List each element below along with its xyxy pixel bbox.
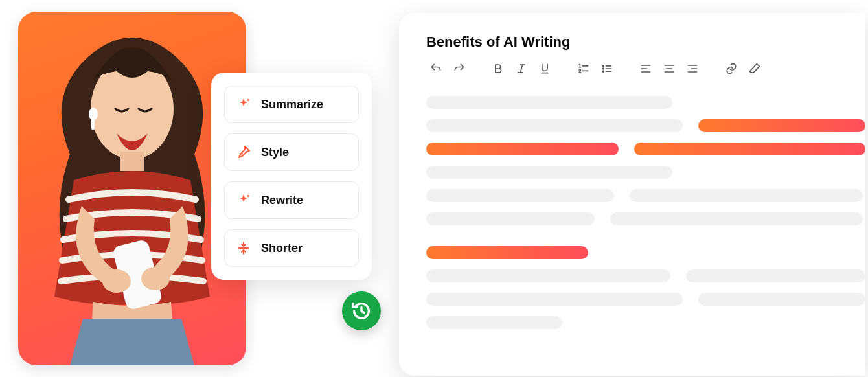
ai-action-label: Summarize [261, 98, 323, 111]
underline-icon [538, 62, 551, 75]
svg-line-10 [520, 65, 522, 73]
svg-text:2: 2 [579, 69, 582, 73]
redo-button[interactable] [450, 60, 469, 78]
redo-icon [453, 62, 466, 75]
highlighted-text [426, 246, 588, 259]
editor-title: Benefits of AI Writing [426, 34, 865, 51]
editor-toolbar: 12 [426, 60, 865, 78]
text-placeholder [698, 293, 865, 306]
link-button[interactable] [722, 60, 741, 78]
link-icon [725, 62, 738, 75]
text-placeholder [426, 96, 672, 109]
ai-action-label: Shorter [261, 242, 303, 255]
align-right-icon [686, 62, 699, 75]
svg-point-18 [602, 71, 604, 73]
text-placeholder [426, 316, 562, 329]
bold-button[interactable] [488, 60, 508, 78]
unordered-list-icon [600, 62, 613, 75]
history-badge[interactable] [342, 291, 381, 330]
ai-actions-panel: Summarize Style Rewrite Shorter [211, 73, 372, 280]
highlighted-text [634, 143, 865, 155]
ai-action-label: Style [261, 146, 289, 159]
text-placeholder [686, 269, 865, 282]
svg-point-1 [89, 108, 98, 120]
pen-nib-icon [235, 144, 252, 161]
text-placeholder [426, 293, 683, 306]
collapse-icon [235, 240, 252, 257]
highlighted-text [698, 119, 865, 132]
text-placeholder [426, 212, 595, 225]
bold-icon [492, 62, 505, 75]
ai-action-summarize[interactable]: Summarize [224, 86, 359, 123]
ordered-list-icon: 12 [577, 62, 590, 75]
ordered-list-button[interactable]: 12 [574, 60, 593, 78]
text-placeholder [630, 189, 863, 202]
text-placeholder [426, 119, 683, 132]
ai-action-shorter[interactable]: Shorter [224, 229, 359, 267]
svg-point-17 [602, 68, 604, 70]
svg-point-5 [102, 269, 131, 293]
editor-document[interactable] [426, 96, 865, 329]
italic-button[interactable] [512, 60, 531, 78]
svg-rect-2 [91, 119, 95, 130]
text-placeholder [426, 269, 670, 282]
svg-text:1: 1 [579, 63, 582, 68]
highlighted-text [426, 143, 619, 155]
align-center-icon [663, 62, 676, 75]
sparkle-icon [235, 192, 252, 209]
align-right-button[interactable] [683, 60, 702, 78]
svg-rect-3 [120, 152, 144, 171]
undo-button[interactable] [426, 60, 446, 78]
align-center-button[interactable] [659, 60, 679, 78]
undo-icon [429, 62, 442, 75]
editor-card: Benefits of AI Writing 12 [399, 13, 865, 376]
unordered-list-button[interactable] [597, 60, 617, 78]
svg-point-6 [141, 267, 170, 290]
underline-button[interactable] [535, 60, 554, 78]
text-placeholder [426, 189, 614, 202]
erase-button[interactable] [745, 60, 764, 78]
ai-action-label: Rewrite [261, 194, 303, 207]
svg-point-16 [602, 65, 604, 67]
text-placeholder [610, 212, 863, 225]
italic-icon [515, 62, 528, 75]
ai-action-rewrite[interactable]: Rewrite [224, 181, 359, 219]
align-left-button[interactable] [636, 60, 656, 78]
history-icon [350, 300, 372, 322]
sparkle-icon [235, 96, 252, 113]
align-left-icon [639, 62, 652, 75]
text-placeholder [426, 166, 672, 179]
ai-action-style[interactable]: Style [224, 133, 359, 171]
erase-icon [748, 62, 761, 75]
svg-point-7 [241, 153, 243, 155]
